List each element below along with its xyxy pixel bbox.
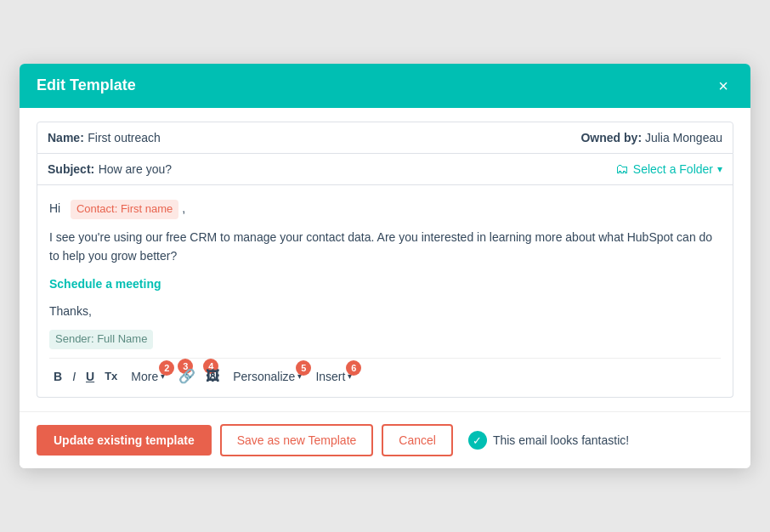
contact-token[interactable]: Contact: First name xyxy=(71,200,178,219)
strikethrough-button[interactable]: Tx xyxy=(100,367,122,385)
success-message: ✓ This email looks fantastic! xyxy=(468,431,629,450)
editor-toolbar: B I U Tx 2 More ▾ 3 🔗 4 🖼 xyxy=(49,358,721,387)
modal-header: Edit Template × xyxy=(20,64,750,108)
personalize-button[interactable]: 5 Personalize ▾ xyxy=(229,367,306,386)
select-folder-label: Select a Folder xyxy=(633,162,713,176)
italic-button[interactable]: I xyxy=(68,367,80,386)
more-label: More xyxy=(131,370,158,383)
close-button[interactable]: × xyxy=(713,76,733,96)
sender-line: Sender: Full Name xyxy=(49,329,721,349)
link-button[interactable]: 🔗 xyxy=(174,365,200,387)
modal-body: Name: First outreach Owned by: Julia Mon… xyxy=(20,108,750,411)
update-template-button[interactable]: Update existing template xyxy=(37,425,212,456)
insert-chevron-icon: ▾ xyxy=(348,371,352,381)
more-chevron-icon: ▾ xyxy=(161,371,165,381)
edit-template-modal: Edit Template × Name: First outreach Own… xyxy=(20,64,750,468)
comma: , xyxy=(182,201,185,215)
greeting-line: Hi Contact: First name , xyxy=(49,199,721,219)
editor-content: Hi Contact: First name , I see you're us… xyxy=(49,199,721,349)
thanks-text: Thanks, xyxy=(49,304,92,318)
cancel-button[interactable]: Cancel xyxy=(382,424,453,456)
insert-icons-group: 3 🔗 4 🖼 xyxy=(174,365,224,387)
thanks-line: Thanks, xyxy=(49,302,721,320)
schedule-link-line: Schedule a meeting xyxy=(49,274,721,293)
insert-label: Insert xyxy=(315,370,345,383)
insert-button[interactable]: 6 Insert ▾ xyxy=(311,367,356,386)
underline-button[interactable]: U xyxy=(82,367,99,386)
name-label: Name: xyxy=(48,131,84,144)
personalize-chevron-icon: ▾ xyxy=(297,371,302,381)
subject-label: Subject: xyxy=(48,162,94,176)
name-value: First outreach xyxy=(88,131,161,144)
subject-field: Subject: How are you? xyxy=(48,161,172,177)
select-folder-button[interactable]: 🗂 Select a Folder ▾ xyxy=(615,161,722,177)
format-group: B I U Tx xyxy=(49,367,122,386)
editor-area[interactable]: Hi Contact: First name , I see you're us… xyxy=(37,185,733,398)
subject-row: Subject: How are you? 🗂 Select a Folder … xyxy=(37,154,733,185)
image-button[interactable]: 🖼 xyxy=(201,366,224,387)
owned-by-section: Owned by: Julia Mongeau xyxy=(580,131,722,144)
subject-value: How are you? xyxy=(99,162,172,176)
owned-by-label: Owned by: xyxy=(580,131,642,144)
bold-button[interactable]: B xyxy=(49,367,66,386)
name-row: Name: First outreach Owned by: Julia Mon… xyxy=(37,122,733,154)
name-field: Name: First outreach xyxy=(48,130,161,145)
body-text: I see you're using our free CRM to manag… xyxy=(49,228,721,266)
personalize-label: Personalize xyxy=(233,370,295,383)
save-new-template-button[interactable]: Save as new Template xyxy=(220,424,374,456)
schedule-link[interactable]: Schedule a meeting xyxy=(49,277,161,291)
success-icon: ✓ xyxy=(468,431,487,450)
modal-overlay: Edit Template × Name: First outreach Own… xyxy=(0,0,770,532)
modal-footer: Update existing template Save as new Tem… xyxy=(20,411,750,468)
sender-token[interactable]: Sender: Full Name xyxy=(49,330,153,349)
success-text: This email looks fantastic! xyxy=(493,433,629,447)
more-button[interactable]: 2 More ▾ xyxy=(127,367,169,386)
folder-icon: 🗂 xyxy=(615,161,629,177)
greeting-text: Hi xyxy=(49,201,60,215)
modal-title: Edit Template xyxy=(37,76,136,94)
chevron-down-icon: ▾ xyxy=(717,163,722,175)
owned-by-value: Julia Mongeau xyxy=(645,131,722,144)
